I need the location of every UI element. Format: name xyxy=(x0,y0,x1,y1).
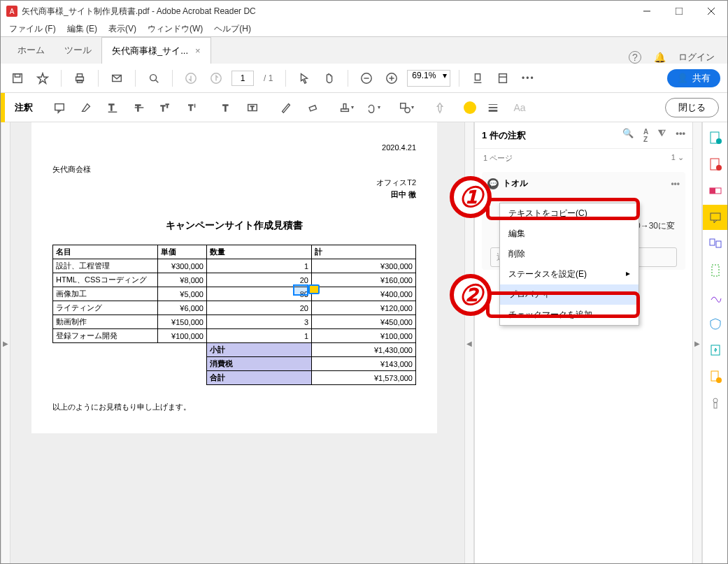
tray-more-tools-icon[interactable] xyxy=(708,396,722,410)
svg-rect-48 xyxy=(710,188,715,194)
tray-combine-icon[interactable] xyxy=(708,157,722,171)
zoom-select[interactable]: 69.1% ▾ xyxy=(407,70,450,87)
menu-file[interactable]: ファイル (F) xyxy=(5,23,60,35)
minimize-button[interactable] xyxy=(631,1,663,22)
star-icon[interactable] xyxy=(33,68,52,88)
tray-edit-pdf-icon[interactable] xyxy=(708,184,722,198)
underline-tool-icon[interactable]: T xyxy=(103,98,122,117)
insert-text-tool-icon[interactable]: T xyxy=(183,98,202,117)
tray-compress-icon[interactable] xyxy=(708,263,722,277)
table-row: 設計、工程管理¥300,0001¥300,000 xyxy=(53,259,416,273)
fit-width-icon[interactable] xyxy=(468,68,487,88)
highlight-tool-icon[interactable] xyxy=(76,98,96,117)
ctx-delete[interactable]: 削除 xyxy=(500,244,638,264)
line-weight-icon[interactable] xyxy=(483,98,503,117)
annotation-highlight[interactable] xyxy=(293,284,308,296)
page-number-input[interactable] xyxy=(231,71,254,86)
close-annobar-button[interactable]: 閉じる xyxy=(665,98,719,117)
svg-rect-49 xyxy=(711,213,720,220)
svg-point-39 xyxy=(405,108,410,113)
svg-rect-35 xyxy=(309,105,316,110)
callout-1: ① xyxy=(450,176,492,218)
menu-edit[interactable]: 編集 (E) xyxy=(63,23,101,35)
bell-icon[interactable]: 🔔 xyxy=(654,52,666,63)
table-row: 動画制作¥150,0003¥450,000 xyxy=(53,315,416,329)
tray-organize-icon[interactable] xyxy=(708,237,722,251)
comment-body-fragment: 0→30に変 xyxy=(636,220,675,232)
pencil-tool-icon[interactable] xyxy=(276,98,296,117)
sticky-note-icon[interactable] xyxy=(308,284,320,294)
more-icon[interactable]: ••• xyxy=(518,68,538,88)
mail-icon[interactable] xyxy=(107,68,127,88)
attach-tool-icon[interactable]: ▾ xyxy=(363,98,383,117)
page-display-icon[interactable] xyxy=(493,68,513,88)
tab-close-icon[interactable]: × xyxy=(195,45,201,56)
font-icon[interactable]: Aa xyxy=(510,98,529,117)
eraser-tool-icon[interactable] xyxy=(303,98,322,117)
zoom-out-icon[interactable] xyxy=(357,68,376,88)
stamp-tool-icon[interactable]: ▾ xyxy=(336,98,356,117)
ctx-edit[interactable]: 編集 xyxy=(500,224,638,244)
svg-rect-50 xyxy=(710,239,715,245)
save-icon[interactable] xyxy=(8,68,27,88)
close-window-button[interactable] xyxy=(695,1,727,22)
replace-text-tool-icon[interactable]: TT xyxy=(156,98,176,117)
ctx-set-status[interactable]: ステータスを設定(E)▸ xyxy=(500,264,638,284)
tray-export-icon[interactable] xyxy=(708,343,722,357)
panel-sort-icon[interactable]: AZ xyxy=(643,128,648,143)
th-name: 名目 xyxy=(53,245,158,259)
login-link[interactable]: ログイン xyxy=(678,51,715,64)
menu-view[interactable]: 表示(V) xyxy=(104,23,141,35)
pointer-icon[interactable] xyxy=(294,68,314,88)
svg-text:T: T xyxy=(250,104,254,110)
textbox-tool-icon[interactable]: T xyxy=(243,98,262,117)
svg-marker-6 xyxy=(38,73,48,82)
color-picker-icon[interactable] xyxy=(464,101,476,114)
doc-title: キャンペーンサイト作成見積書 xyxy=(52,219,416,232)
menu-help[interactable]: ヘルプ(H) xyxy=(210,23,255,35)
tray-create-pdf-icon[interactable] xyxy=(708,131,722,145)
tab-document[interactable]: 矢代商事様_サイ...× xyxy=(101,37,211,64)
document-viewport[interactable]: 2020.4.21 矢代商会様 オフィスT2 田中 徹 キャンペーンサイト作成見… xyxy=(10,122,464,564)
share-button[interactable]: 👤共有 xyxy=(667,69,720,87)
text-tool-icon[interactable]: T xyxy=(216,98,236,117)
search-icon[interactable] xyxy=(144,68,164,88)
panel-page-row[interactable]: 1 ページ 1 ⌄ xyxy=(475,149,692,168)
svg-rect-57 xyxy=(714,403,717,408)
page-total: / 1 xyxy=(264,73,273,83)
hand-icon[interactable] xyxy=(320,68,339,88)
svg-rect-8 xyxy=(77,73,82,77)
tray-sign-icon[interactable] xyxy=(708,290,722,304)
sticky-note-tool-icon[interactable] xyxy=(50,98,69,117)
left-collapse-handle[interactable]: ▶ xyxy=(1,122,10,564)
subtotal-row: 小計¥1,430,000 xyxy=(53,343,416,357)
maximize-button[interactable] xyxy=(663,1,695,22)
tray-protect-icon[interactable] xyxy=(708,317,722,331)
panel-search-icon[interactable]: 🔍 xyxy=(622,128,634,143)
svg-rect-4 xyxy=(13,73,22,82)
panel-more-icon[interactable]: ••• xyxy=(676,128,685,143)
print-icon[interactable] xyxy=(70,68,90,88)
tray-comment-icon[interactable] xyxy=(703,205,728,230)
tab-tools[interactable]: ツール xyxy=(55,37,101,64)
right-collapse-handle[interactable]: ▶ xyxy=(692,122,702,564)
tax-row: 消費税¥143,000 xyxy=(53,357,416,371)
panel-filter-icon[interactable]: ⧨ xyxy=(658,128,666,143)
svg-point-46 xyxy=(716,165,722,171)
tab-bar: ホーム ツール 矢代商事様_サイ...× ? 🔔 ログイン xyxy=(1,37,727,64)
person-icon: 👤 xyxy=(677,73,688,83)
menu-window[interactable]: ウィンドウ(W) xyxy=(143,23,207,35)
tab-home[interactable]: ホーム xyxy=(8,37,55,64)
zoom-in-icon[interactable] xyxy=(382,68,401,88)
pin-icon[interactable] xyxy=(430,98,450,117)
tray-convert-icon[interactable] xyxy=(708,370,722,384)
help-icon[interactable]: ? xyxy=(629,51,641,64)
next-page-icon[interactable] xyxy=(206,68,226,88)
shapes-tool-icon[interactable]: ▾ xyxy=(397,98,416,117)
svg-rect-9 xyxy=(77,80,82,82)
svg-line-12 xyxy=(156,80,159,82)
prev-page-icon[interactable] xyxy=(181,68,201,88)
svg-rect-22 xyxy=(499,73,507,82)
strikeout-tool-icon[interactable]: T xyxy=(129,98,149,117)
comment-more-icon[interactable]: ••• xyxy=(671,179,680,189)
